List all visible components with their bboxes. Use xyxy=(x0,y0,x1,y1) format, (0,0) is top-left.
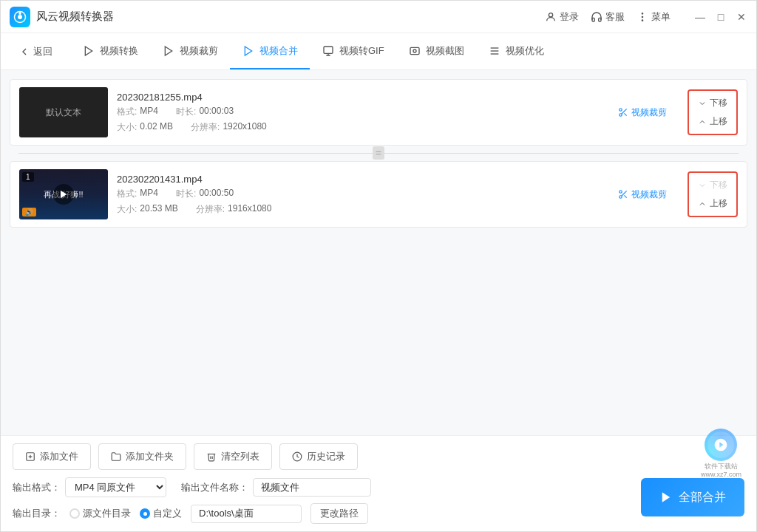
nav-bar: 返回 视频转换 视频裁剪 xyxy=(1,33,756,70)
change-path-btn[interactable]: 更改路径 xyxy=(310,503,368,524)
app-title: 风云视频转换器 xyxy=(36,10,545,24)
bottom-format-row: 输出格式： MP4 同原文件 AVI MOV MKV 输出文件名称： xyxy=(13,477,744,497)
format-select[interactable]: MP4 同原文件 AVI MOV MKV xyxy=(65,477,166,497)
optimize-icon xyxy=(488,44,501,58)
file-duration-2: 时长: 00:00:50 xyxy=(176,188,234,200)
radio-custom[interactable]: 自定义 xyxy=(140,507,182,520)
content-area: 默认文本 202302181255.mp4 格式: MP4 时长: 00:00:… xyxy=(1,70,756,435)
svg-marker-8 xyxy=(165,47,172,55)
svg-point-23 xyxy=(619,191,622,194)
file-item-1: 默认文本 202302181255.mp4 格式: MP4 时长: 00:00:… xyxy=(10,79,747,146)
move-down-btn-2[interactable]: 下移 xyxy=(695,177,730,193)
tab-clip[interactable]: 视频裁剪 xyxy=(150,33,230,69)
svg-point-5 xyxy=(642,13,642,13)
svg-marker-31 xyxy=(662,492,671,502)
file-format-2: 格式: MP4 xyxy=(117,188,158,200)
svg-rect-11 xyxy=(410,47,419,54)
watermark-text: 软件下载站 www.xz7.com xyxy=(701,463,741,480)
merge-all-btn[interactable]: 全部合并 xyxy=(641,478,744,516)
tab-convert[interactable]: 视频转换 xyxy=(70,33,150,69)
svg-rect-10 xyxy=(324,47,333,53)
watermark-circle xyxy=(705,429,737,461)
tab-screenshot[interactable]: 视频截图 xyxy=(396,33,476,69)
bottom-dir-row: 输出目录： 源文件目录 自定义 更改路径 xyxy=(13,503,744,524)
service-btn[interactable]: 客服 xyxy=(591,10,625,24)
add-file-btn[interactable]: 添加文件 xyxy=(13,443,91,470)
bottom-bar: 添加文件 添加文件夹 清空列表 历史记录 xyxy=(1,435,756,531)
svg-point-6 xyxy=(642,20,642,21)
file-actions-1: 视频裁剪 xyxy=(612,103,673,122)
move-down-btn-1[interactable]: 下移 xyxy=(695,95,730,111)
svg-point-3 xyxy=(549,13,552,16)
convert-icon xyxy=(82,44,95,58)
file-resolution-1: 分辨率: 1920x1080 xyxy=(191,121,267,134)
svg-point-24 xyxy=(619,196,622,199)
tab-merge[interactable]: 视频合并 xyxy=(230,33,310,69)
format-label: 输出格式： xyxy=(13,481,61,494)
file-actions-2: 视频裁剪 xyxy=(612,185,673,204)
file-meta-row2-1: 大小: 0.02 MB 分辨率: 1920x1080 xyxy=(117,121,603,134)
svg-marker-9 xyxy=(245,47,251,55)
bottom-actions-row: 添加文件 添加文件夹 清空列表 历史记录 xyxy=(13,443,744,470)
svg-line-26 xyxy=(624,195,626,197)
gif-icon xyxy=(322,44,335,58)
clip-btn-1[interactable]: 视频裁剪 xyxy=(612,103,673,122)
title-bar: 风云视频转换器 登录 客服 菜单 — xyxy=(1,1,756,33)
file-badge-2: 1 xyxy=(22,172,34,182)
move-up-btn-2[interactable]: 上移 xyxy=(695,196,730,211)
close-btn[interactable]: ✕ xyxy=(736,11,747,23)
window-controls: — □ ✕ xyxy=(694,11,747,23)
watermark: 软件下载站 www.xz7.com xyxy=(701,429,741,480)
clear-list-btn[interactable]: 清空列表 xyxy=(194,443,272,470)
maximize-btn[interactable]: □ xyxy=(715,11,727,23)
radio-custom-indicator xyxy=(140,508,150,519)
file-info-2: 202302201431.mp4 格式: MP4 时长: 00:00:50 大小… xyxy=(117,174,603,216)
order-container-1: 下移 上移 xyxy=(688,89,738,135)
svg-point-1 xyxy=(18,15,22,19)
filename-input[interactable] xyxy=(253,478,371,497)
svg-marker-7 xyxy=(85,47,92,55)
output-dir-label: 输出目录： xyxy=(13,507,61,520)
svg-line-19 xyxy=(624,113,626,115)
custom-path-input[interactable] xyxy=(191,505,302,523)
file-duration-1: 时长: 00:00:03 xyxy=(176,106,234,118)
file-format-1: 格式: MP4 xyxy=(117,106,158,118)
tab-gif[interactable]: 视频转GIF xyxy=(310,33,396,69)
screenshot-icon xyxy=(408,44,421,58)
radio-source[interactable]: 源文件目录 xyxy=(69,507,131,520)
clip-btn-2[interactable]: 视频裁剪 xyxy=(612,185,673,204)
file-name-2: 202302201431.mp4 xyxy=(117,174,603,185)
filename-label: 输出文件名称： xyxy=(181,481,248,494)
svg-rect-2 xyxy=(19,11,21,15)
menu-btn[interactable]: 菜单 xyxy=(637,10,671,24)
file-meta-row2-2: 大小: 20.53 MB 分辨率: 1916x1080 xyxy=(117,203,603,216)
merge-icon xyxy=(242,44,255,58)
file-size-2: 大小: 20.53 MB xyxy=(117,203,178,216)
file-meta-row1-2: 格式: MP4 时长: 00:00:50 xyxy=(117,188,603,200)
svg-point-17 xyxy=(619,114,622,117)
back-btn[interactable]: 返回 xyxy=(13,42,58,61)
add-folder-btn[interactable]: 添加文件夹 xyxy=(98,443,186,470)
file-thumbnail-1: 默认文本 xyxy=(19,87,108,137)
app-logo xyxy=(10,7,30,27)
tab-optimize[interactable]: 视频优化 xyxy=(476,33,556,69)
history-btn[interactable]: 历史记录 xyxy=(279,443,358,470)
file-size-1: 大小: 0.02 MB xyxy=(117,121,173,134)
file-info-1: 202302181255.mp4 格式: MP4 时长: 00:00:03 大小… xyxy=(117,92,603,134)
login-btn[interactable]: 登录 xyxy=(545,10,579,24)
order-container-2: 下移 上移 xyxy=(688,171,738,217)
file-resolution-2: 分辨率: 1916x1080 xyxy=(196,203,272,216)
svg-point-4 xyxy=(642,16,642,17)
separator xyxy=(10,151,747,155)
svg-point-12 xyxy=(413,50,416,52)
radio-source-indicator xyxy=(69,508,80,519)
svg-marker-22 xyxy=(61,191,67,199)
file-name-1: 202302181255.mp4 xyxy=(117,92,603,103)
svg-point-16 xyxy=(619,109,622,112)
move-up-btn-1[interactable]: 上移 xyxy=(695,114,730,129)
file-meta-row1-1: 格式: MP4 时长: 00:00:03 xyxy=(117,106,603,118)
file-thumbnail-2: 🔊 再战,好狮!! 1 xyxy=(19,169,108,219)
minimize-btn[interactable]: — xyxy=(694,11,706,23)
file-item-2: 🔊 再战,好狮!! 1 202302201431.mp4 格式: MP4 时长:… xyxy=(10,161,747,228)
separator-handle[interactable] xyxy=(373,146,384,160)
